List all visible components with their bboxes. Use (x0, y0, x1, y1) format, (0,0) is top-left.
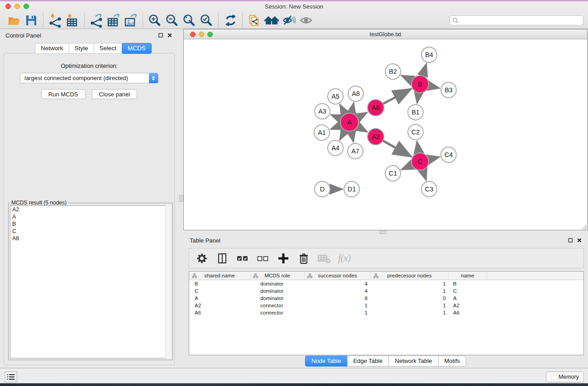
tab-style[interactable]: Style (69, 43, 94, 54)
close-panel-icon[interactable] (167, 33, 172, 38)
table-cell[interactable]: connector (250, 309, 305, 316)
table-cell[interactable]: 0 (371, 295, 449, 302)
float-panel-icon[interactable] (158, 33, 163, 38)
resize-grip-icon[interactable] (581, 224, 587, 230)
delete-column-button[interactable] (297, 252, 311, 265)
column-header-shared-name[interactable]: shared name (189, 272, 250, 280)
table-cell[interactable]: 1 (371, 280, 449, 287)
table-cell[interactable]: dominator (250, 295, 305, 302)
network-snapshot-button[interactable] (246, 13, 263, 28)
column-header-mcds-role[interactable]: MCDS role (250, 272, 305, 280)
table-cell[interactable]: 1 (371, 302, 449, 309)
mcds-result-title: MCDS result (5 nodes) (10, 200, 68, 206)
table-row[interactable]: Cdominator41C (189, 287, 583, 295)
function-icon: f(x) (338, 253, 351, 263)
table-cell[interactable]: C (449, 287, 487, 295)
table-cell[interactable]: C (189, 287, 250, 295)
control-panel-title: Control Panel (5, 32, 41, 39)
tab-select[interactable]: Select (94, 43, 123, 54)
mcds-result-item[interactable]: A (10, 213, 171, 220)
show-graphics-details-button[interactable] (297, 13, 315, 28)
function-builder-button[interactable]: f(x) (338, 252, 351, 265)
table-cell[interactable]: 8 (305, 295, 371, 302)
tab-motifs[interactable]: Motifs (438, 356, 466, 367)
delete-table-button[interactable] (317, 252, 331, 265)
memory-button[interactable]: Memory (546, 372, 584, 382)
table-cell[interactable]: dominator (250, 280, 305, 287)
zoom-selected-button[interactable] (198, 13, 215, 28)
add-column-button[interactable] (277, 252, 290, 265)
table-cell[interactable]: A6 (189, 309, 250, 316)
toolbar-separator (242, 13, 243, 28)
home-button[interactable] (263, 13, 280, 28)
control-panel: Control Panel Network Style Select MCDS … (0, 29, 177, 368)
table-row[interactable]: Adominator80A (189, 295, 583, 302)
tab-node-table[interactable]: Node Table (305, 356, 348, 367)
delete-table-icon (317, 253, 331, 264)
zoom-fit-button[interactable] (181, 13, 198, 28)
mcds-result-item[interactable]: B (10, 220, 171, 228)
table-cell[interactable]: A2 (189, 302, 250, 309)
vertical-splitter-handle[interactable] (380, 230, 386, 234)
import-table-button[interactable] (64, 13, 81, 28)
node-label-A3: A3 (318, 108, 326, 115)
table-cell[interactable]: B (189, 280, 250, 287)
table-cell[interactable]: dominator (250, 287, 305, 295)
export-image-button[interactable] (122, 13, 139, 28)
refresh-layout-button[interactable] (222, 13, 239, 28)
save-session-button[interactable] (23, 13, 40, 28)
network-view-window: testGlobe.txt AA1A2A3A4A5A6A7A8BB1B2B3B4… (183, 29, 588, 230)
mcds-result-item[interactable]: A2 (10, 206, 171, 213)
table-cell[interactable]: A2 (449, 302, 487, 309)
table-cell[interactable]: 1 (371, 309, 449, 316)
table-cell[interactable]: A (449, 295, 487, 302)
tab-network[interactable]: Network (35, 43, 69, 54)
run-mcds-button[interactable]: Run MCDS (41, 89, 86, 99)
hide-visual-properties-button[interactable] (280, 13, 297, 28)
table-cell[interactable]: 4 (305, 280, 371, 287)
select-all-columns-button[interactable] (236, 252, 249, 265)
snapshot-documents-icon (247, 13, 262, 28)
column-header-name[interactable]: name (449, 272, 487, 280)
zoom-out-button[interactable] (163, 13, 181, 28)
table-body: Bdominator41BCdominator41CAdominator80AA… (189, 280, 583, 316)
column-header-successor-nodes[interactable]: successor nodes (305, 272, 371, 280)
table-cell[interactable]: 1 (305, 309, 371, 316)
optimization-criterion-select[interactable]: largest connected component (directed) (20, 73, 158, 83)
result-list-scrollbar[interactable] (165, 205, 171, 358)
column-header-predecessor-nodes[interactable]: predecessor nodes (371, 272, 449, 280)
horizontal-splitter-handle[interactable] (179, 195, 183, 202)
import-network-button[interactable] (47, 13, 64, 28)
table-cell[interactable]: A6 (449, 309, 487, 316)
zoom-in-button[interactable] (146, 13, 163, 28)
show-task-history-button[interactable] (5, 372, 17, 382)
node-label-A1: A1 (318, 129, 326, 136)
table-row[interactable]: Bdominator41B (189, 280, 583, 287)
float-panel-icon[interactable] (568, 238, 573, 243)
tab-edge-table[interactable]: Edge Table (347, 356, 389, 367)
table-cell[interactable]: A (189, 295, 250, 302)
export-table-button[interactable] (105, 13, 122, 28)
tab-network-table[interactable]: Network Table (388, 356, 438, 367)
table-cell[interactable]: 1 (305, 302, 371, 309)
tab-mcds[interactable]: MCDS (122, 43, 152, 54)
table-cell[interactable]: connector (250, 302, 305, 309)
mcds-result-item[interactable]: C (10, 228, 171, 235)
settings-gear-button[interactable] (195, 252, 209, 265)
export-network-button[interactable] (88, 13, 105, 28)
table-cell[interactable]: B (449, 280, 487, 287)
column-layout-button[interactable] (215, 252, 229, 265)
network-canvas[interactable]: AA1A2A3A4A5A6A7A8BB1B2B3B4CC1C2C3C4DD1 (184, 39, 587, 230)
open-session-button[interactable] (5, 13, 23, 28)
unselect-all-columns-button[interactable] (256, 252, 270, 265)
table-row[interactable]: A6connector11A6 (189, 309, 583, 316)
table-row[interactable]: A2connector11A2 (189, 302, 583, 309)
search-input[interactable] (459, 16, 581, 24)
close-panel-button[interactable]: Close panel (92, 89, 138, 99)
network-window-titlebar: testGlobe.txt (184, 29, 587, 39)
mcds-tab-content: Optimization criterion: largest connecte… (4, 53, 175, 365)
mcds-result-item[interactable]: A6 (10, 235, 171, 242)
close-panel-icon[interactable] (577, 238, 582, 243)
table-cell[interactable]: 1 (371, 287, 449, 295)
table-cell[interactable]: 4 (305, 287, 371, 295)
